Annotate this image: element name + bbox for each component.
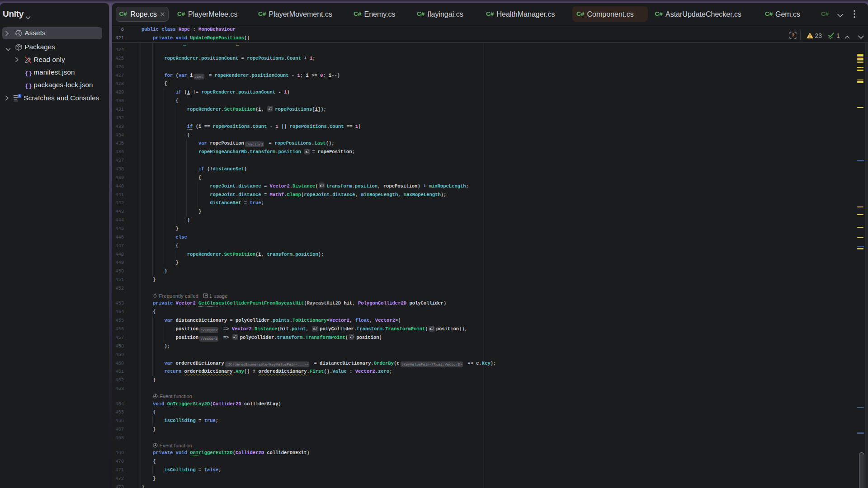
svg-text:?: ? (792, 33, 794, 38)
